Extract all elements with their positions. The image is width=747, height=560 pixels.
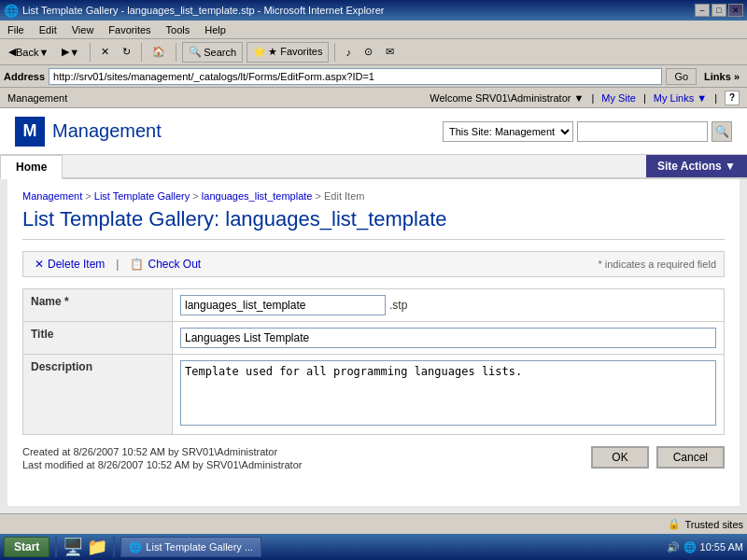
home-button[interactable]: 🏠 <box>148 43 170 61</box>
media-button[interactable]: ♪ <box>341 44 356 61</box>
required-note: * indicates a required field <box>598 259 716 270</box>
form-footer: Created at 8/26/2007 10:52 AM by SRV01\A… <box>22 446 725 472</box>
search-toolbar-button[interactable]: 🔍 Search <box>182 42 243 63</box>
refresh-button[interactable]: ↻ <box>118 43 135 61</box>
address-input[interactable] <box>49 68 662 85</box>
menu-file[interactable]: File <box>4 22 28 37</box>
taskbar-icon-1: 🖥️ <box>63 537 83 557</box>
menu-favorites[interactable]: Favorites <box>105 22 154 37</box>
taskbar-app-icon: 🌐 <box>129 541 142 553</box>
taskbar-app-button[interactable]: 🌐 List Template Gallery ... <box>120 537 261 557</box>
title-label: Title <box>23 322 173 355</box>
menu-edit[interactable]: Edit <box>35 22 61 37</box>
breadcrumb-management[interactable]: Management <box>22 190 82 202</box>
window-title: List Template Gallery - languages_list_t… <box>22 5 384 16</box>
my-links-link[interactable]: My Links ▼ <box>654 92 707 104</box>
menu-view[interactable]: View <box>68 22 98 37</box>
name-row: Name * .stp <box>23 289 725 322</box>
breadcrumb-list-template-gallery[interactable]: List Template Gallery <box>94 190 190 202</box>
search-icon: 🔍 <box>715 125 729 138</box>
pipe-sep-2: | <box>643 92 646 104</box>
tray-icon-1: 🔊 <box>667 541 680 553</box>
system-tray: 🔊 🌐 10:55 AM <box>667 541 743 553</box>
checkout-icon: 📋 <box>130 258 144 271</box>
pipe-sep-1: | <box>591 92 594 104</box>
tray-icon-2: 🌐 <box>684 541 697 553</box>
tab-home[interactable]: Home <box>0 155 63 179</box>
delete-item-button[interactable]: ✕ Delete Item <box>31 256 108 273</box>
stop-button[interactable]: ✕ <box>96 43 114 61</box>
search-scope-select[interactable]: This Site: Management <box>443 121 573 142</box>
address-label: Address <box>4 71 45 82</box>
description-textarea[interactable]: Template used for all programming langua… <box>180 360 716 426</box>
footer-meta: Created at 8/26/2007 10:52 AM by SRV01\A… <box>22 446 302 472</box>
modified-info: Last modified at 8/26/2007 10:52 AM by S… <box>22 459 302 470</box>
forward-button[interactable]: ▶ ▼ <box>57 43 84 61</box>
clock: 10:55 AM <box>700 541 743 553</box>
back-button[interactable]: ◀ Back ▼ <box>4 43 53 61</box>
stop-icon: ✕ <box>101 46 109 58</box>
menu-help[interactable]: Help <box>201 22 230 37</box>
toolbar-sep-1 <box>90 43 91 62</box>
name-extension: .stp <box>389 299 407 312</box>
sp-logo: M Management <box>15 117 162 147</box>
action-sep: | <box>116 258 119 271</box>
title-bar: 🌐 List Template Gallery - languages_list… <box>0 0 747 21</box>
mgmt-label: Management <box>7 92 67 104</box>
breadcrumb: Management > List Template Gallery > lan… <box>22 190 725 202</box>
taskbar-icon-2: 📁 <box>87 537 107 557</box>
site-actions-button[interactable]: Site Actions ▼ <box>646 155 747 177</box>
maximize-button[interactable]: □ <box>712 4 726 17</box>
search-input[interactable] <box>577 121 708 142</box>
mail-button[interactable]: ✉ <box>381 43 399 61</box>
close-button[interactable]: ✕ <box>728 4 743 17</box>
history-button[interactable]: ⊙ <box>359 43 377 61</box>
status-bar: 🔒 Trusted sites <box>0 513 747 534</box>
delete-icon: ✕ <box>35 258 44 271</box>
breadcrumb-edit-item: Edit Item <box>324 190 364 202</box>
description-row: Description Template used for all progra… <box>23 355 725 435</box>
breadcrumb-languages-template[interactable]: languages_list_template <box>202 190 313 202</box>
site-actions-label: Site Actions ▼ <box>657 160 736 173</box>
trusted-sites-label: Trusted sites <box>684 519 743 530</box>
ok-button[interactable]: OK <box>591 446 648 469</box>
content-area: Management > List Template Gallery > lan… <box>0 179 747 513</box>
search-button[interactable]: 🔍 <box>712 121 732 142</box>
management-bar: Management Welcome SRV01\Administrator ▼… <box>0 88 747 108</box>
main-panel: Management > List Template Gallery > lan… <box>7 179 740 506</box>
refresh-icon: ↻ <box>122 46 131 58</box>
desc-label: Description <box>23 355 173 435</box>
title-input[interactable] <box>180 328 716 348</box>
toolbar-sep-3 <box>176 43 176 62</box>
checkout-button[interactable]: 📋 Check Out <box>126 256 204 273</box>
help-button[interactable]: ? <box>725 91 740 105</box>
trusted-sites: 🔒 Trusted sites <box>668 518 743 530</box>
history-icon: ⊙ <box>364 46 373 58</box>
action-bar: ✕ Delete Item | 📋 Check Out * indicates … <box>22 251 725 277</box>
menu-tools[interactable]: Tools <box>162 22 194 37</box>
sp-header: M Management This Site: Management 🔍 <box>0 108 747 155</box>
nav-bar: Home Site Actions ▼ <box>0 155 747 179</box>
start-button[interactable]: Start <box>4 537 49 557</box>
name-input[interactable] <box>180 295 386 315</box>
taskbar-app-label: List Template Gallery ... <box>146 541 253 553</box>
my-site-link[interactable]: My Site <box>601 92 636 104</box>
media-icon: ♪ <box>345 47 351 58</box>
created-info: Created at 8/26/2007 10:52 AM by SRV01\A… <box>22 446 302 457</box>
home-icon: 🏠 <box>152 46 165 58</box>
pipe-sep-3: | <box>714 92 717 104</box>
go-button[interactable]: Go <box>666 68 697 85</box>
site-title: Management <box>52 120 162 142</box>
footer-buttons: OK Cancel <box>591 446 725 469</box>
name-label: Name * <box>23 289 173 322</box>
favorites-button[interactable]: ⭐ ★ Favorites <box>247 42 329 63</box>
search-area: This Site: Management 🔍 <box>443 121 732 142</box>
search-icon: 🔍 <box>189 46 202 58</box>
cancel-button[interactable]: Cancel <box>656 446 725 469</box>
welcome-text[interactable]: Welcome SRV01\Administrator ▼ <box>430 92 584 104</box>
links-button[interactable]: Links » <box>700 71 743 82</box>
ie-icon: 🌐 <box>4 4 19 18</box>
minimize-button[interactable]: – <box>695 4 710 17</box>
trusted-sites-icon: 🔒 <box>668 518 681 530</box>
favorites-icon: ⭐ <box>253 46 266 58</box>
